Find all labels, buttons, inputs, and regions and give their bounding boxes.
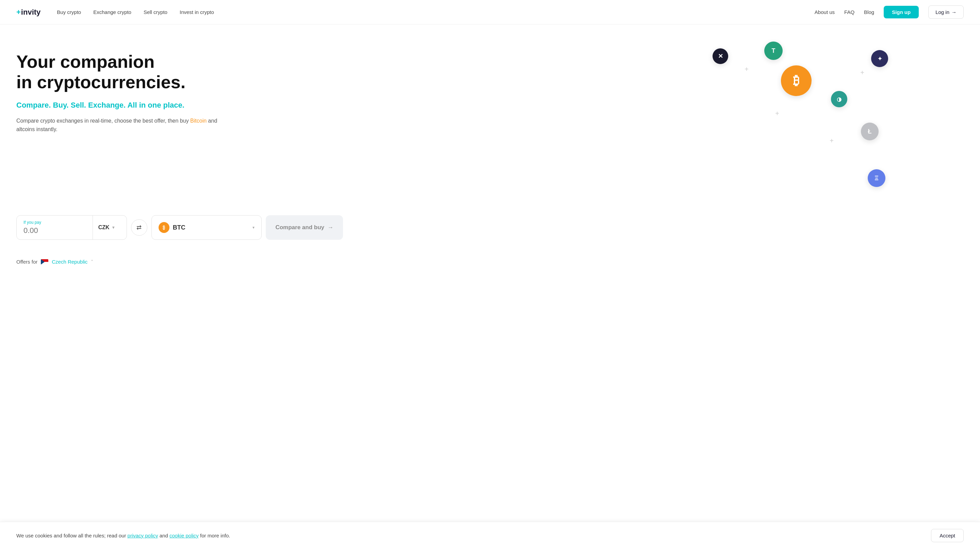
logo-plus: + [16,8,21,17]
exchange-form: If you pay CZK ▾ ⇄ ₿ BTC ▾ Compare and b… [16,215,343,240]
swap-icon: ⇄ [137,224,142,231]
offers-label: Offers for Czech Republic ˅ [16,259,964,265]
deco-plus-2: + [775,110,779,118]
exchange-form-area: If you pay CZK ▾ ⇄ ₿ BTC ▾ Compare and b… [0,215,980,254]
swap-button[interactable]: ⇄ [131,219,147,236]
amount-input[interactable] [24,226,86,235]
privacy-policy-link[interactable]: privacy policy [127,533,158,538]
nav-left: Buy crypto Exchange crypto Sell crypto I… [57,9,815,15]
currency-select[interactable]: CZK ▾ [92,215,127,239]
cookie-banner: We use cookies and follow all the rules;… [0,522,980,549]
crypto-icon-btc: ₿ [781,65,811,96]
bitcoin-link[interactable]: Bitcoin [190,118,207,124]
deco-plus-3: + [830,137,834,145]
compare-buy-button[interactable]: Compare and buy → [266,215,343,240]
deco-plus-4: + [860,69,864,77]
nav-about-us[interactable]: About us [815,9,835,15]
crypto-name: BTC [173,224,250,231]
crypto-icon-dark: ✦ [871,50,888,67]
signup-button[interactable]: Sign up [884,6,919,18]
crypto-icon-eth: Ξ [868,169,885,187]
amount-input-wrapper: If you pay [17,215,92,239]
crypto-icon-ltc: Ł [861,123,878,140]
currency-label: CZK [98,225,110,231]
accept-button[interactable]: Accept [931,529,964,542]
currency-chevron-icon: ▾ [112,225,115,230]
nav-buy-crypto[interactable]: Buy crypto [57,9,81,15]
crypto-select[interactable]: ₿ BTC ▾ [152,215,262,239]
cookie-text: We use cookies and follow all the rules;… [16,533,230,538]
hero-subtitle: Compare. Buy. Sell. Exchange. All in one… [16,101,221,110]
hero-text: Your companion in cryptocurrencies. Comp… [16,52,221,134]
navbar: +invity Buy crypto Exchange crypto Sell … [0,0,980,24]
crypto-icon-green: ◑ [831,91,847,107]
nav-invest-crypto[interactable]: Invest in crypto [180,9,214,15]
offers-area: Offers for Czech Republic ˅ [0,254,980,278]
crypto-icon-usdt: T [764,41,783,60]
nav-blog[interactable]: Blog [864,9,874,15]
country-chevron-icon[interactable]: ˅ [91,259,93,265]
hero-title: Your companion in cryptocurrencies. [16,52,221,93]
nav-faq[interactable]: FAQ [844,9,854,15]
nav-sell-crypto[interactable]: Sell crypto [143,9,167,15]
amount-label: If you pay [24,220,86,225]
nav-exchange-crypto[interactable]: Exchange crypto [93,9,131,15]
logo[interactable]: +invity [16,8,40,17]
crypto-icon-x: ✕ [713,48,728,64]
login-button[interactable]: Log in → [928,5,964,19]
amount-group: If you pay CZK ▾ [16,215,127,240]
country-select[interactable]: Czech Republic [52,259,88,265]
crypto-group: ₿ BTC ▾ [151,215,262,240]
hero-section: Your companion in cryptocurrencies. Comp… [0,24,980,215]
cookie-policy-link[interactable]: cookie policy [169,533,199,538]
nav-right: About us FAQ Blog Sign up Log in → [815,5,964,19]
deco-plus-1: + [745,65,749,73]
crypto-chevron-icon: ▾ [253,225,255,230]
czech-flag-icon [41,259,48,265]
hero-description: Compare crypto exchanges in real-time, c… [16,117,221,134]
btc-icon-small: ₿ [159,222,169,233]
